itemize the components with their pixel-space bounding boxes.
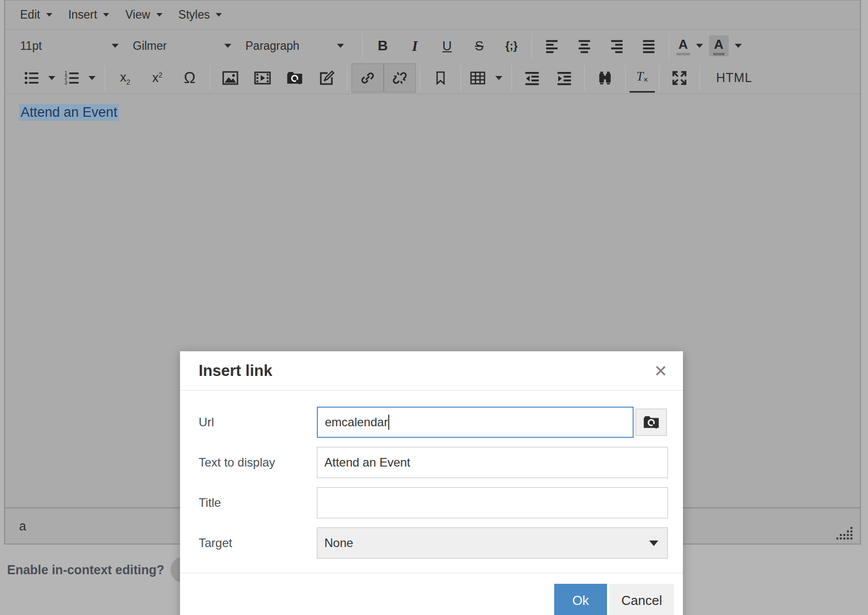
title-label: Title: [199, 496, 317, 510]
close-icon[interactable]: ×: [654, 362, 667, 379]
cancel-button[interactable]: Cancel: [610, 584, 674, 615]
text-cursor: [388, 415, 389, 430]
image-icon: [222, 69, 239, 87]
code-sample-button[interactable]: {;}: [495, 31, 528, 60]
ok-button[interactable]: Ok: [554, 584, 607, 615]
selected-link-text[interactable]: Attend an Event: [19, 104, 119, 121]
text-to-display-input[interactable]: Attend an Event: [317, 447, 668, 478]
outdent-icon: [524, 70, 540, 86]
url-label: Url: [199, 415, 317, 429]
bold-button[interactable]: B: [367, 31, 399, 60]
toolbar-separator: [511, 65, 512, 91]
unlink-icon: [392, 70, 408, 86]
browse-file-icon: [643, 414, 660, 431]
table-icon: [469, 69, 486, 87]
insert-media-button[interactable]: [246, 63, 279, 93]
text-field-row: Text to display Attend an Event: [199, 447, 669, 478]
caret-down-icon: [224, 44, 231, 48]
caret-down-icon: [89, 76, 96, 80]
toolbar-separator: [625, 65, 626, 91]
url-value: emcalendar: [325, 415, 388, 429]
outdent-button[interactable]: [516, 63, 548, 93]
element-path[interactable]: a: [19, 519, 26, 533]
align-right-button[interactable]: [600, 31, 633, 60]
toolbar-row-1: 11pt Gilmer Paragraph B I U S {;}: [5, 30, 860, 62]
menu-view-label: View: [125, 8, 150, 22]
menu-insert[interactable]: Insert: [68, 8, 110, 22]
numbered-list-caret[interactable]: [83, 63, 101, 93]
caret-down-icon: [337, 44, 344, 48]
url-input[interactable]: emcalendar: [317, 407, 634, 438]
enable-editing-label: Enable in-context editing?: [7, 563, 164, 577]
page: Edit Insert View Styles 11pt: [0, 0, 868, 615]
align-center-button[interactable]: [568, 31, 600, 60]
font-size-value: 11pt: [20, 39, 42, 53]
edit-content-button[interactable]: [311, 63, 343, 93]
special-character-button[interactable]: Ω: [173, 63, 206, 93]
menu-edit[interactable]: Edit: [20, 8, 52, 22]
menu-insert-label: Insert: [68, 8, 98, 22]
edit-icon: [318, 69, 335, 87]
svg-text:3: 3: [64, 80, 67, 86]
menu-view[interactable]: View: [125, 8, 162, 22]
menu-styles-label: Styles: [179, 8, 210, 22]
fullscreen-button[interactable]: [663, 63, 696, 93]
italic-button[interactable]: I: [399, 31, 431, 60]
underline-button[interactable]: U: [431, 31, 463, 60]
align-left-icon: [544, 38, 560, 54]
resize-handle-icon[interactable]: [836, 526, 853, 541]
numbered-list-button[interactable]: 1 2 3: [60, 63, 83, 93]
text-color-button[interactable]: A: [676, 37, 703, 55]
align-left-button[interactable]: [536, 31, 568, 60]
menubar: Edit Insert View Styles: [5, 1, 860, 30]
dialog-title: Insert link: [199, 362, 272, 380]
html-view-button[interactable]: HTML: [704, 63, 764, 93]
target-select[interactable]: None: [317, 527, 668, 559]
caret-down-icon: [103, 13, 109, 17]
indent-button[interactable]: [548, 63, 580, 93]
fullscreen-icon: [671, 69, 688, 87]
media-icon: [254, 69, 271, 87]
subscript-label: x2: [120, 70, 130, 86]
text-color-label: A: [676, 37, 690, 55]
subscript-button[interactable]: x2: [109, 63, 141, 93]
bullet-list-button[interactable]: [20, 63, 43, 93]
font-family-dropdown[interactable]: Gilmer: [133, 39, 231, 53]
title-input[interactable]: [317, 487, 668, 518]
bullet-list-icon: [24, 70, 40, 86]
font-size-dropdown[interactable]: 11pt: [20, 39, 119, 53]
remove-link-button[interactable]: [384, 63, 416, 93]
insert-link-dialog: Insert link × Url emcalendar: [180, 351, 683, 615]
numbered-list-icon: 1 2 3: [64, 70, 80, 86]
clear-formatting-button[interactable]: T×: [630, 63, 655, 93]
dialog-header: Insert link ×: [180, 351, 683, 391]
align-right-icon: [609, 38, 625, 54]
target-label: Target: [199, 536, 317, 550]
toolbar-separator: [532, 33, 532, 58]
strikethrough-button[interactable]: S: [463, 31, 495, 60]
bullet-list-caret[interactable]: [43, 63, 60, 93]
enable-editing-row: Enable in-context editing?: [7, 557, 197, 583]
browse-link-button[interactable]: [636, 409, 667, 436]
clear-formatting-label: T×: [636, 69, 648, 85]
caret-down-icon: [48, 76, 55, 80]
block-format-dropdown[interactable]: Paragraph: [245, 39, 344, 53]
caret-down-icon: [112, 44, 119, 48]
background-color-button[interactable]: A: [709, 35, 742, 56]
caret-down-icon: [216, 13, 222, 17]
toolbar-separator: [700, 65, 700, 91]
find-replace-button[interactable]: [589, 63, 621, 93]
table-button[interactable]: [465, 63, 490, 93]
insert-image-button[interactable]: [214, 63, 246, 93]
superscript-button[interactable]: x2: [141, 63, 173, 93]
toolbar-separator: [105, 65, 105, 91]
text-to-display-value: Attend an Event: [324, 455, 410, 470]
justify-button[interactable]: [633, 31, 665, 60]
indent-icon: [556, 70, 572, 86]
insert-link-button[interactable]: [352, 63, 384, 93]
bookmark-button[interactable]: [424, 63, 457, 93]
menu-styles[interactable]: Styles: [179, 8, 222, 22]
browse-file-button[interactable]: [279, 63, 311, 93]
table-caret[interactable]: [490, 63, 507, 93]
background-color-label: A: [713, 37, 725, 55]
